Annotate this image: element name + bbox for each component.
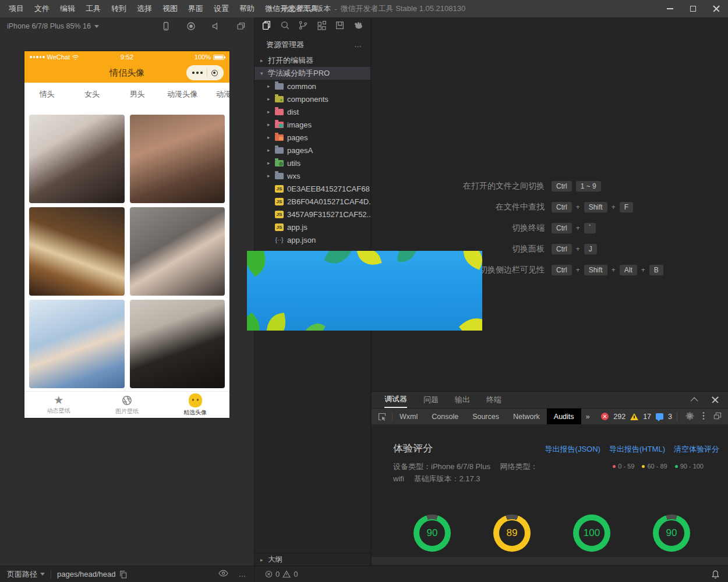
- keycap: B: [649, 265, 663, 275]
- expand-panel-icon[interactable]: [691, 397, 698, 404]
- menu-edit[interactable]: 编辑: [55, 3, 80, 14]
- statusbar-more-icon[interactable]: …: [239, 570, 248, 579]
- menu-settings[interactable]: 设置: [208, 3, 234, 14]
- more-icon[interactable]: [192, 72, 203, 74]
- mute-icon[interactable]: [211, 22, 221, 31]
- page-path-label[interactable]: 页面路径: [7, 569, 37, 580]
- tab-output[interactable]: 输出: [455, 392, 470, 408]
- maximize-button[interactable]: [681, 0, 705, 17]
- chevron-right-icon: ▸: [260, 557, 268, 563]
- outline-section[interactable]: ▸ 大纲: [255, 553, 370, 566]
- phone-mode-icon[interactable]: [161, 22, 171, 31]
- tab-debugger[interactable]: 调试器: [384, 392, 407, 408]
- tree-folder-dist[interactable]: ▸dist: [255, 105, 370, 118]
- error-count[interactable]: 292: [613, 413, 625, 421]
- leaf-decoration: [356, 251, 381, 268]
- panel-scrollbar-track[interactable]: [372, 557, 728, 565]
- menu-file[interactable]: 文件: [29, 3, 55, 14]
- tab-problems[interactable]: 问题: [423, 392, 439, 408]
- search-icon[interactable]: [280, 20, 290, 32]
- record-icon[interactable]: [186, 22, 196, 31]
- export-json-link[interactable]: 导出报告(JSON): [545, 444, 600, 455]
- message-count[interactable]: 3: [668, 413, 672, 421]
- devtools-tab-console[interactable]: Console: [425, 409, 465, 424]
- photo-grid: [24, 106, 229, 388]
- devtools-tab-network[interactable]: Network: [506, 409, 547, 424]
- menu-view[interactable]: 视图: [157, 3, 183, 14]
- menu-tools[interactable]: 工具: [80, 3, 106, 14]
- files-icon[interactable]: [261, 20, 271, 32]
- leaf-decoration: [263, 313, 288, 331]
- keycap: Shift: [584, 202, 607, 212]
- tree-folder-utils[interactable]: ▸utils: [255, 157, 370, 169]
- extensions-icon[interactable]: [317, 20, 327, 32]
- bell-icon[interactable]: [711, 570, 720, 579]
- close-panel-icon[interactable]: [712, 396, 719, 403]
- minimize-button[interactable]: [658, 0, 681, 17]
- tree-folder-components[interactable]: ▸components: [255, 93, 370, 105]
- tab-anime[interactable]: 动漫头像: [160, 89, 206, 100]
- devtools-tab-audits[interactable]: Audits: [547, 409, 581, 424]
- plugin-hand-icon[interactable]: [354, 20, 363, 32]
- aperture-icon: [121, 395, 133, 406]
- tree-folder-pages[interactable]: ▸pages: [255, 131, 370, 144]
- export-html-link[interactable]: 导出报告(HTML): [609, 444, 665, 455]
- device-selector[interactable]: iPhone 6/7/8 Plus 85% 16: [7, 22, 99, 30]
- tabbar-item-image-wallpaper[interactable]: 图片壁纸: [93, 392, 161, 418]
- tabbar-item-featured-avatars[interactable]: 精选头像: [161, 392, 229, 418]
- menu-select[interactable]: 选择: [132, 3, 157, 14]
- warning-count[interactable]: 17: [643, 413, 651, 421]
- tree-file-js[interactable]: JS3457A9F315271CAF52...: [255, 208, 370, 221]
- photo-thumbnail[interactable]: [29, 115, 125, 203]
- menu-help[interactable]: 帮助: [234, 3, 260, 14]
- kebab-menu-icon[interactable]: [702, 411, 705, 422]
- undock-icon[interactable]: [713, 411, 722, 422]
- tab-anime-couple[interactable]: 动漫情: [205, 89, 229, 100]
- clear-score-link[interactable]: 清空体验评分: [674, 444, 719, 455]
- legend-dot-red: [613, 465, 616, 468]
- inspect-element-icon[interactable]: [377, 412, 387, 421]
- tree-folder-wxs[interactable]: ▸wxs: [255, 169, 370, 182]
- eye-icon[interactable]: [218, 570, 228, 579]
- tab-male[interactable]: 男头: [115, 89, 160, 100]
- tab-terminal[interactable]: 终端: [486, 392, 501, 408]
- tree-file-appjs[interactable]: JSapp.js: [255, 221, 370, 233]
- photo-thumbnail[interactable]: [130, 300, 225, 388]
- tree-file-js[interactable]: JS2B6F04A015271CAF4D...: [255, 195, 370, 208]
- close-button[interactable]: [705, 0, 728, 17]
- multi-window-icon[interactable]: [236, 22, 246, 31]
- copy-icon[interactable]: [119, 570, 127, 579]
- git-branch-icon[interactable]: [298, 20, 308, 32]
- explorer-more-icon[interactable]: …: [354, 40, 362, 49]
- menu-interface[interactable]: 界面: [183, 3, 208, 14]
- chevron-down-icon[interactable]: [40, 573, 45, 576]
- npm-file-icon[interactable]: [335, 20, 345, 32]
- problems-summary[interactable]: 0 0: [255, 570, 298, 579]
- warning-triangle-icon: [282, 570, 291, 578]
- devtools-tab-sources[interactable]: Sources: [465, 409, 506, 424]
- problems-warning-count: 0: [294, 570, 298, 579]
- photo-thumbnail[interactable]: [29, 300, 125, 388]
- photo-thumbnail[interactable]: [29, 207, 125, 296]
- avatar-icon: [189, 393, 202, 407]
- capsule-button[interactable]: [186, 65, 224, 80]
- tree-file-js[interactable]: JS0E3AEEB415271CAF68...: [255, 182, 370, 195]
- photo-thumbnail[interactable]: [130, 207, 225, 296]
- tab-female[interactable]: 女头: [70, 89, 115, 100]
- leaf-decoration: [459, 311, 482, 331]
- tree-folder-images[interactable]: ▸images: [255, 118, 370, 131]
- tree-file-appjson[interactable]: {··}app.json: [255, 233, 370, 246]
- tree-open-editors[interactable]: ▸ 打开的编辑器: [255, 54, 370, 67]
- tree-folder-common[interactable]: ▸common: [255, 80, 370, 93]
- more-tabs-icon[interactable]: »: [581, 412, 595, 421]
- photo-thumbnail[interactable]: [130, 115, 225, 203]
- tree-project-root[interactable]: ▾ 学法减分助手PRO: [255, 67, 370, 80]
- menu-project[interactable]: 项目: [3, 3, 29, 14]
- tabbar-item-live-wallpaper[interactable]: ★ 动态壁纸: [24, 392, 93, 418]
- gear-icon[interactable]: [685, 411, 694, 422]
- tree-folder-pagesA[interactable]: ▸pagesA: [255, 144, 370, 157]
- menu-goto[interactable]: 转到: [106, 3, 132, 14]
- tab-couple[interactable]: 情头: [24, 89, 70, 100]
- capsule-home-icon[interactable]: [211, 70, 218, 76]
- devtools-tab-wxml[interactable]: Wxml: [393, 409, 425, 424]
